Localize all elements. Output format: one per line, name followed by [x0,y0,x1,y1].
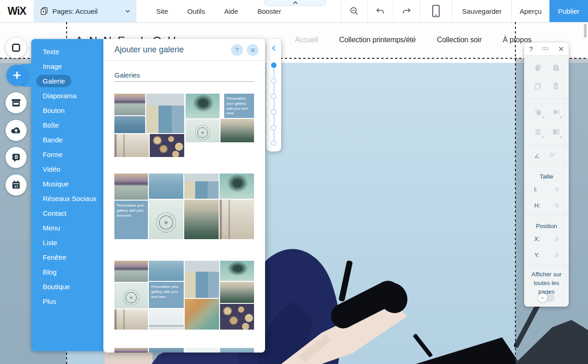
add-element-button[interactable] [6,65,28,86]
x-row: X: 0 [524,235,569,242]
gallery-text-tile: Personalize your gallery, add your text … [149,282,184,308]
distribute-button[interactable] [531,125,545,139]
pages-selector-label: Pages: Accueil [52,7,121,15]
save-button[interactable]: Sauvegarder [452,0,511,22]
bookings-button[interactable]: 17 [6,174,27,196]
preview-button[interactable]: Aperçu [512,0,549,22]
sidebar-item-contact[interactable]: Contact [31,206,103,221]
publish-button[interactable]: Publier [549,0,588,22]
sidebar-item-image[interactable]: Image [31,59,103,74]
pager-dot[interactable] [271,140,277,146]
gallery-preset-masonry[interactable]: Personalize your gallery, add your text … [114,94,254,157]
x-value[interactable]: 0 [555,235,559,242]
trash-icon [552,82,560,90]
gallery-photo-tile [220,348,254,353]
sidebar-item-boutique[interactable]: Boutique [31,280,103,294]
sidebar-item-galerie[interactable]: Galerie [31,74,103,89]
sidebar-item-vid-o[interactable]: Vidéo [31,162,103,177]
toolbar-close-icon[interactable] [559,46,564,51]
page-scrollbar-thumb[interactable] [584,24,587,38]
svg-text:17: 17 [14,185,18,189]
duplicate-icon [534,82,542,90]
copy-icon [534,63,542,72]
duplicate-button[interactable] [531,79,545,93]
gallery-text-tile: Personalize your gallery, add your text … [224,94,254,118]
gallery-preset-grid[interactable]: Personalize your gallery, add your text … [114,174,254,239]
gallery-photo-tile [220,304,254,330]
gallery-preset-collage[interactable]: Personalize your gallery, add your text … [114,261,254,330]
help-button[interactable]: ? [231,44,243,56]
zoom-out-button[interactable] [341,0,367,22]
sidebar-item-menu[interactable]: Menu [31,221,103,235]
width-row: l: 0 [524,186,569,193]
sidebar-item-liste[interactable]: Liste [31,235,103,250]
paste-button[interactable] [549,61,563,74]
height-value[interactable]: 0 [555,202,559,209]
delete-button[interactable] [549,79,563,93]
copy-button[interactable] [531,61,545,74]
pager-dot-active[interactable] [271,62,277,68]
arrange-button[interactable] [531,105,545,119]
collapse-panel-button[interactable] [271,45,277,53]
gallery-photo-tile [149,309,184,330]
gallery-photo-tile [149,261,184,281]
sidebar-item-r-seaux-sociaux[interactable]: Réseaux Sociaux [31,191,103,206]
chevron-down-icon [125,10,130,13]
site-nav-link[interactable]: Accueil [295,36,318,44]
toolbar-help-button[interactable]: ? [529,45,533,53]
sidebar-item-texte[interactable]: Texte [31,45,103,59]
toolbar-divider [524,264,569,265]
editor-menu: Site Outils Aide Booster [147,7,291,15]
menu-site[interactable]: Site [147,7,178,15]
drag-handle-icon[interactable] [542,47,549,51]
sidebar-item-bo-te[interactable]: Boîte [31,118,103,133]
sidebar-item-bande[interactable]: Bande [31,133,103,147]
gallery-photo-tile [114,283,148,308]
gallery-photo-tile [184,200,219,239]
sidebar-item-blog[interactable]: Blog [31,265,103,280]
menu-aide[interactable]: Aide [215,7,248,15]
page-right-boundary-dashed-line [515,22,516,364]
align-button[interactable] [549,105,563,119]
mobile-view-button[interactable] [420,0,452,22]
app-market-button[interactable] [6,92,27,113]
menu-outils[interactable]: Outils [178,7,215,15]
gallery-photo-tile [114,116,145,133]
sidebar-item-musique[interactable]: Musique [31,177,103,191]
background-button[interactable] [6,37,27,58]
redo-button[interactable] [394,0,419,22]
uploads-button[interactable] [6,120,27,141]
gallery-photo-tile [114,348,148,353]
blog-button[interactable]: B [6,147,27,168]
close-button[interactable] [247,44,259,56]
rotation-button[interactable] [530,148,544,162]
cloud-upload-icon [10,124,22,136]
sidebar-item-forme[interactable]: Forme [31,147,103,162]
undo-button[interactable] [368,0,393,22]
chevron-up-icon [293,1,298,4]
collapsed-toolbar-tab[interactable] [264,0,326,6]
pages-selector[interactable]: Pages: Accueil [34,0,136,22]
pager-dot[interactable] [271,125,277,130]
sidebar-item-plus[interactable]: Plus [31,294,103,309]
pager-dot[interactable] [271,78,277,84]
sidebar-item-fen-tre[interactable]: Fenêtre [31,250,103,265]
gallery-photo-tile [220,200,254,239]
y-value[interactable]: 0 [555,252,559,258]
match-size-button[interactable] [549,125,563,139]
width-value[interactable]: 0 [555,186,559,193]
pager-dot[interactable] [271,94,277,99]
menu-booster[interactable]: Booster [248,7,291,15]
gallery-photo-tile [149,200,183,239]
gallery-photo-tile [220,282,254,303]
pager-dot[interactable] [271,109,277,115]
wix-logo[interactable]: WiX [0,5,34,17]
gallery-preset-partial[interactable] [114,348,254,353]
site-nav-link[interactable]: Collection soir [437,36,482,44]
sidebar-item-bouton[interactable]: Bouton [31,103,103,118]
show-on-all-pages-toggle[interactable] [538,294,555,302]
gallery-photo-tile [150,134,184,157]
paste-icon [552,63,560,72]
site-nav-link[interactable]: Collection printemps/été [339,36,416,44]
sidebar-item-diaporama[interactable]: Diaporama [31,89,103,103]
